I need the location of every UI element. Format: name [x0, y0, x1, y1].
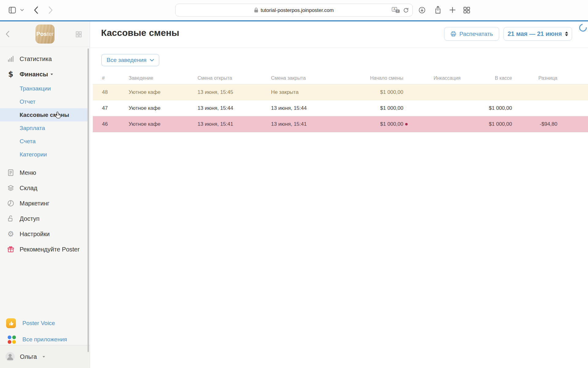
apps-grid-icon[interactable]	[75, 31, 82, 38]
cell-opened: 13 июня, 15:44	[198, 105, 271, 111]
finance-caret-icon	[51, 74, 53, 75]
stepper-arrows-icon	[565, 32, 568, 36]
sidebar: Poster Статистика $ Финансы Тран	[0, 21, 90, 368]
alert-dot	[405, 123, 408, 125]
column-header-diff: Разница	[514, 75, 560, 81]
divider	[90, 48, 588, 48]
cell-id: 48	[93, 89, 129, 95]
gift-icon	[7, 246, 15, 253]
document-icon	[7, 169, 15, 176]
cell-id: 46	[93, 121, 129, 127]
chevron-down-icon	[150, 59, 154, 62]
toolbar-chevron-down-icon[interactable]	[20, 9, 24, 11]
poster-voice-link[interactable]: Poster Voice	[6, 318, 55, 328]
back-button-icon[interactable]	[34, 6, 38, 14]
avatar	[6, 352, 15, 361]
table-row[interactable]: 47 Уютное кафе 13 июня, 15:44 13 июня, 1…	[93, 100, 588, 116]
date-range-picker[interactable]: 21 мая — 21 июня	[503, 27, 572, 41]
cell-venue: Уютное кафе	[129, 89, 198, 95]
column-header-id: #	[93, 75, 129, 81]
sidebar-item-stock[interactable]: Склад	[0, 180, 90, 196]
pie-chart-icon	[7, 200, 15, 207]
sidebar-collapse-icon[interactable]	[6, 31, 9, 37]
cell-opened: 13 июня, 15:41	[198, 121, 271, 127]
user-menu[interactable]: Ольга	[0, 345, 90, 368]
sidebar-item-categories[interactable]: Категории	[0, 148, 90, 161]
sidebar-item-report[interactable]: Отчет	[0, 95, 90, 108]
cell-in-cash: $1 000,00	[463, 105, 514, 111]
column-header-in-cash: В кассе	[463, 75, 514, 81]
cell-venue: Уютное кафе	[129, 121, 198, 127]
sidebar-item-transactions[interactable]: Транзакции	[0, 82, 90, 95]
loading-spinner-icon	[578, 22, 588, 33]
sidebar-item-recommend[interactable]: Рекомендуйте Poster	[0, 242, 90, 257]
share-icon[interactable]	[434, 6, 442, 14]
sidebar-header: Poster	[0, 21, 90, 47]
reload-icon[interactable]	[403, 7, 409, 13]
bar-chart-icon	[7, 55, 15, 63]
sidebar-item-finance[interactable]: $ Финансы	[0, 67, 90, 82]
dollar-icon: $	[7, 70, 15, 79]
svg-text:A: A	[394, 8, 396, 11]
venue-filter-dropdown[interactable]: Все заведения	[101, 54, 159, 66]
printer-icon	[450, 31, 457, 37]
lock-icon	[254, 8, 258, 13]
layers-icon	[7, 184, 15, 192]
sidebar-item-marketing[interactable]: Маркетинг	[0, 196, 90, 211]
tab-overview-icon[interactable]	[463, 6, 470, 14]
user-name: Ольга	[20, 353, 37, 360]
cell-start: $1 000,00	[346, 105, 406, 111]
downloads-icon[interactable]	[418, 6, 426, 14]
column-header-opened: Смена открыта	[198, 75, 271, 81]
column-header-start: Начало смены	[346, 75, 406, 81]
forward-button-icon[interactable]	[48, 6, 53, 14]
cell-opened: 13 июня, 15:45	[198, 89, 271, 95]
user-caret-icon	[43, 356, 45, 358]
cell-start: $1 000,00	[346, 89, 406, 95]
sidebar-scrollbar[interactable]	[88, 48, 89, 352]
new-tab-icon[interactable]	[449, 6, 456, 13]
browser-toolbar: tutorial-posterpos.joinposter.com A 文	[0, 0, 588, 20]
cell-closed: Не закрыта	[271, 89, 346, 95]
sidebar-item-statistics[interactable]: Статистика	[0, 51, 90, 67]
thumbs-up-icon	[6, 318, 16, 328]
url-text: tutorial-posterpos.joinposter.com	[261, 7, 334, 13]
sidebar-item-salary[interactable]: Зарплата	[0, 121, 90, 135]
poster-logo[interactable]: Poster	[36, 25, 55, 44]
sidebar-nav: Статистика $ Финансы Транзакции Отчет Ка…	[0, 47, 90, 257]
shifts-table: # Заведение Смена открыта Смена закрыта …	[93, 72, 588, 132]
cell-start: $1 000,00	[346, 121, 406, 127]
sidebar-item-accounts[interactable]: Счета	[0, 135, 90, 148]
column-header-closed: Смена закрыта	[271, 75, 346, 81]
all-apps-link[interactable]: Все приложения	[8, 335, 67, 344]
table-header-row: # Заведение Смена открыта Смена закрыта …	[93, 72, 588, 84]
cell-id: 47	[93, 105, 129, 111]
column-header-collection: Инкассация	[406, 75, 463, 81]
translate-icon[interactable]: A 文	[392, 7, 400, 13]
sidebar-item-menu[interactable]: Меню	[0, 165, 90, 180]
sidebar-toggle-icon[interactable]	[9, 7, 16, 13]
sidebar-item-settings[interactable]: ⚙ Настройки	[0, 226, 90, 242]
cell-closed: 13 июня, 15:41	[271, 121, 346, 127]
column-header-venue: Заведение	[129, 75, 198, 81]
main-content: Кассовые смены Распечатать 21 мая — 21 и…	[90, 21, 588, 368]
colored-dots-icon	[8, 335, 16, 344]
table-row[interactable]: 48 Уютное кафе 13 июня, 15:45 Не закрыта…	[93, 84, 588, 100]
print-button[interactable]: Распечатать	[444, 27, 499, 41]
svg-text:文: 文	[397, 10, 399, 13]
unlocked-padlock-icon	[7, 215, 15, 222]
cell-in-cash: $1 000,00	[463, 121, 514, 127]
cell-diff: -$94,80	[514, 121, 560, 127]
cell-venue: Уютное кафе	[129, 105, 198, 111]
gear-icon: ⚙	[7, 231, 15, 237]
table-row[interactable]: 46 Уютное кафе 13 июня, 15:41 13 июня, 1…	[93, 116, 588, 132]
sidebar-item-access[interactable]: Доступ	[0, 211, 90, 226]
address-bar[interactable]: tutorial-posterpos.joinposter.com A 文	[175, 4, 413, 17]
page-title: Кассовые смены	[101, 27, 179, 39]
cell-closed: 13 июня, 15:44	[271, 105, 346, 111]
sidebar-item-cash-shifts[interactable]: Кассовые смены	[0, 108, 88, 121]
